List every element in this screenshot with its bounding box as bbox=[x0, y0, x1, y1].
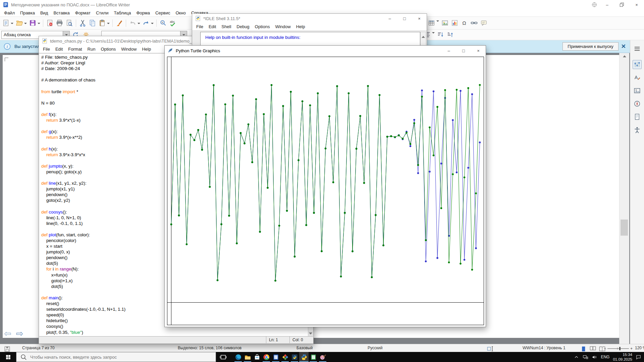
taskbar-app-edge-icon[interactable] bbox=[233, 352, 243, 362]
scroll-down-icon[interactable] bbox=[308, 331, 313, 336]
search-input[interactable] bbox=[30, 355, 212, 360]
taskbar-app-chrome-icon[interactable] bbox=[262, 352, 271, 362]
writer-menu-вид[interactable]: Вид bbox=[38, 10, 51, 16]
paste-icon[interactable] bbox=[98, 18, 107, 27]
taskbar-app-explorer-icon[interactable] bbox=[243, 352, 252, 362]
idle-menu-file[interactable]: File bbox=[194, 23, 206, 30]
status-page[interactable]: Страница 7 из 70 bbox=[22, 346, 55, 350]
taskbar-app-python-icon[interactable] bbox=[299, 352, 309, 362]
previous-page-arrow-icon[interactable]: ⇦ bbox=[4, 328, 11, 339]
taskbar-app-writer-doc-icon[interactable] bbox=[271, 352, 280, 362]
document-scrollbar[interactable] bbox=[619, 53, 629, 344]
sidebar-panel-gallery-icon[interactable] bbox=[633, 86, 642, 95]
scrollbar-thumb[interactable] bbox=[621, 220, 628, 236]
chevron-down-icon[interactable] bbox=[432, 32, 435, 35]
taskbar-search[interactable] bbox=[16, 352, 216, 362]
scroll-up-icon[interactable] bbox=[620, 53, 629, 59]
task-view-icon[interactable] bbox=[217, 352, 229, 362]
writer-menu-формат[interactable]: Формат bbox=[72, 10, 93, 16]
writer-minimize-button[interactable]: – bbox=[600, 0, 614, 9]
turtle-close-button[interactable]: × bbox=[471, 46, 486, 56]
special-char-icon[interactable]: Ω bbox=[460, 18, 469, 27]
chevron-down-icon[interactable] bbox=[38, 23, 40, 25]
chevron-down-icon[interactable] bbox=[436, 20, 439, 23]
release-notes-button[interactable]: Примечания к выпуску bbox=[562, 42, 618, 51]
insert-table-icon[interactable] bbox=[427, 18, 436, 27]
sidebar-panel-properties-icon[interactable] bbox=[633, 60, 642, 69]
status-selection[interactable]: Выделено: 15 слов, 106 символов bbox=[178, 346, 241, 350]
editor-menu-options[interactable]: Options bbox=[98, 46, 118, 52]
editor-menu-format[interactable]: Format bbox=[65, 46, 85, 52]
insert-link-icon[interactable] bbox=[470, 18, 479, 27]
idle-menu-edit[interactable]: Edit bbox=[206, 23, 219, 30]
writer-menu-файл[interactable]: Файл bbox=[1, 10, 17, 16]
clone-formatting-icon[interactable] bbox=[115, 18, 124, 27]
status-list-level[interactable]: WWNum14 : Уровень 1 bbox=[523, 346, 566, 350]
sidebar-menu-icon[interactable] bbox=[633, 44, 642, 53]
chevron-down-icon[interactable] bbox=[151, 23, 154, 25]
taskbar-app-python-idle-icon[interactable] bbox=[290, 352, 299, 362]
taskbar-app-diamond-icon[interactable] bbox=[280, 352, 290, 362]
notification-center-icon[interactable] bbox=[636, 354, 641, 360]
taskbar-app-green-document-icon[interactable] bbox=[309, 352, 318, 362]
editor-menu-help[interactable]: Help bbox=[139, 46, 154, 52]
save-icon[interactable] bbox=[28, 18, 37, 27]
clock[interactable]: 15:34 01.09.2025 bbox=[613, 352, 632, 362]
status-paragraph-style[interactable]: Базовый bbox=[297, 346, 313, 350]
editor-menu-edit[interactable]: Edit bbox=[53, 46, 65, 52]
writer-menu-форма[interactable]: Форма bbox=[133, 10, 153, 16]
insert-chart-icon[interactable] bbox=[450, 18, 459, 27]
idle-close-button[interactable]: × bbox=[412, 14, 427, 23]
editor-menu-file[interactable]: File bbox=[40, 46, 53, 52]
start-button[interactable] bbox=[0, 352, 16, 362]
new-document-icon[interactable] bbox=[1, 18, 10, 27]
writer-menu-окно[interactable]: Окно bbox=[173, 10, 188, 16]
idle-menu-help[interactable]: Help bbox=[293, 23, 308, 30]
print-icon[interactable] bbox=[55, 18, 64, 27]
infobar-close-icon[interactable]: ✕ bbox=[621, 43, 626, 50]
insert-comment-icon[interactable] bbox=[479, 18, 488, 27]
redo-icon[interactable] bbox=[142, 18, 151, 27]
menubar-extension-icon[interactable] bbox=[591, 2, 597, 8]
print-preview-icon[interactable] bbox=[65, 18, 74, 27]
turtle-minimize-button[interactable]: – bbox=[441, 46, 456, 56]
find-replace-icon[interactable]: a bbox=[159, 18, 168, 27]
spell-check-icon[interactable]: abc bbox=[168, 18, 177, 27]
cut-icon[interactable] bbox=[78, 18, 87, 27]
taskbar-app-store-icon[interactable] bbox=[252, 352, 262, 362]
editor-menu-window[interactable]: Window bbox=[118, 46, 139, 52]
status-language[interactable]: Русский bbox=[368, 346, 383, 350]
chevron-down-icon[interactable] bbox=[107, 23, 110, 25]
hidden-icons-chevron-icon[interactable] bbox=[574, 354, 579, 360]
writer-menu-вставка[interactable]: Вставка bbox=[51, 10, 72, 16]
sort-ascending-icon[interactable] bbox=[436, 30, 445, 39]
next-page-arrow-icon[interactable]: ⇨ bbox=[16, 328, 23, 339]
speaker-icon[interactable] bbox=[592, 354, 597, 360]
writer-menu-правка[interactable]: Правка bbox=[17, 10, 38, 16]
open-icon[interactable] bbox=[15, 18, 24, 27]
writer-menu-таблица[interactable]: Таблица bbox=[111, 10, 133, 16]
sidebar-panel-styles-icon[interactable]: A bbox=[633, 73, 642, 82]
sort-descending-icon[interactable] bbox=[446, 30, 455, 39]
idle-minimize-button[interactable]: – bbox=[382, 14, 397, 23]
copy-icon[interactable] bbox=[88, 18, 97, 27]
language-indicator[interactable]: ENG bbox=[601, 355, 609, 359]
network-icon[interactable] bbox=[583, 354, 588, 360]
idle-menu-options[interactable]: Options bbox=[252, 23, 273, 30]
insert-image-icon[interactable] bbox=[440, 18, 449, 27]
undo-icon[interactable] bbox=[128, 18, 137, 27]
chevron-down-icon[interactable] bbox=[24, 23, 27, 25]
idle-menu-shell[interactable]: Shell bbox=[219, 23, 234, 30]
taskbar-app-paint-palette-icon[interactable] bbox=[318, 352, 327, 362]
sidebar-panel-accessibility-icon[interactable] bbox=[633, 125, 642, 134]
writer-menu-стили[interactable]: Стили bbox=[93, 10, 111, 16]
chevron-down-icon[interactable] bbox=[11, 23, 13, 25]
export-pdf-icon[interactable]: A bbox=[45, 18, 54, 27]
idle-maximize-button[interactable]: □ bbox=[397, 14, 412, 23]
zoom-slider[interactable]: −+ bbox=[604, 346, 633, 351]
writer-restore-button[interactable] bbox=[614, 0, 629, 9]
editor-menu-run[interactable]: Run bbox=[85, 46, 98, 52]
turtle-maximize-button[interactable]: □ bbox=[456, 46, 471, 56]
zoom-slider-knob[interactable] bbox=[619, 347, 621, 350]
status-zoom[interactable]: 120 % bbox=[635, 346, 644, 350]
